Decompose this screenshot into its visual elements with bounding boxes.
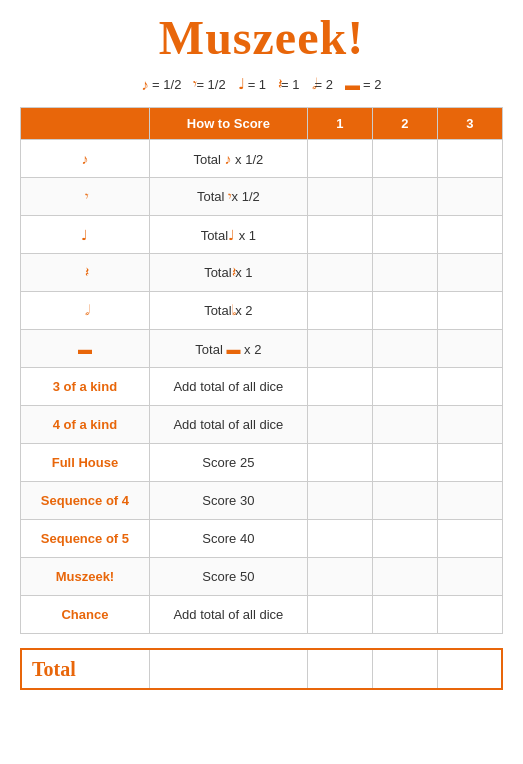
table-row: 3 of a kind Add total of all dice xyxy=(21,368,503,406)
row-half-how: Total𝅗𝅥 x 2 xyxy=(149,292,307,330)
row-3-of-kind-col3[interactable] xyxy=(437,368,502,406)
row-4-of-kind-col3[interactable] xyxy=(437,406,502,444)
table-row: ▬ Total ▬ x 2 xyxy=(21,330,503,368)
row-half-col2[interactable] xyxy=(372,292,437,330)
col-label-header xyxy=(21,108,150,140)
row-half-label: 𝅗𝅥 xyxy=(21,292,150,330)
row-eighth-rest-col2[interactable] xyxy=(372,178,437,216)
eighth-note-icon: ♪ xyxy=(142,76,150,93)
row-quarter-label: ♩ xyxy=(21,216,150,254)
row-3-of-kind-how: Add total of all dice xyxy=(149,368,307,406)
col-2-header: 2 xyxy=(372,108,437,140)
row-chance-col2[interactable] xyxy=(372,596,437,634)
quarter-rest-value: = 1 xyxy=(281,77,299,92)
col-how-header: How to Score xyxy=(149,108,307,140)
row-half-rest-icon: ▬ xyxy=(78,341,92,357)
row-eighth-rest-col3[interactable] xyxy=(437,178,502,216)
row-4-of-kind-col2[interactable] xyxy=(372,406,437,444)
score-table: How to Score 1 2 3 ♪ Total ♪ x 1/2 𝄾 Tot… xyxy=(20,107,503,634)
row-3-of-kind-label: 3 of a kind xyxy=(21,368,150,406)
row-eighth-col2[interactable] xyxy=(372,140,437,178)
row-half-col1[interactable] xyxy=(307,292,372,330)
quarter-note-value: = 1 xyxy=(248,77,266,92)
total-col2[interactable] xyxy=(372,649,437,689)
row-chance-label: Chance xyxy=(21,596,150,634)
note-legend: ♪ = 1/2 𝄾 = 1/2 ♩ = 1 𝄽 = 1 𝅗𝅥 = 2 ▬ = 2 xyxy=(142,75,382,93)
row-half-rest-how: Total ▬ x 2 xyxy=(149,330,307,368)
row-4-of-kind-label: 4 of a kind xyxy=(21,406,150,444)
row-seq5-col2[interactable] xyxy=(372,520,437,558)
row-chance-col3[interactable] xyxy=(437,596,502,634)
row-eighth-how: Total ♪ x 1/2 xyxy=(149,140,307,178)
legend-quarter: ♩ = 1 xyxy=(238,75,266,93)
table-row: ♩ Total♩ x 1 xyxy=(21,216,503,254)
total-col3[interactable] xyxy=(437,649,502,689)
page-title: Muszeek! xyxy=(159,10,364,65)
row-seq5-how: Score 40 xyxy=(149,520,307,558)
row-chance-how: Add total of all dice xyxy=(149,596,307,634)
row-eighth-label: ♪ xyxy=(21,140,150,178)
row-chance-col1[interactable] xyxy=(307,596,372,634)
row-seq4-col2[interactable] xyxy=(372,482,437,520)
table-row: Sequence of 5 Score 40 xyxy=(21,520,503,558)
row-muszeek-col1[interactable] xyxy=(307,558,372,596)
col-1-header: 1 xyxy=(307,108,372,140)
row-half-col3[interactable] xyxy=(437,292,502,330)
row-eighth-col3[interactable] xyxy=(437,140,502,178)
total-label: Total xyxy=(21,649,150,689)
row-quarter-rest-col2[interactable] xyxy=(372,254,437,292)
row-seq4-how: Score 30 xyxy=(149,482,307,520)
total-spacer xyxy=(150,649,307,689)
table-row: ♪ Total ♪ x 1/2 xyxy=(21,140,503,178)
row-full-house-col3[interactable] xyxy=(437,444,502,482)
row-quarter-col3[interactable] xyxy=(437,216,502,254)
eighth-rest-value: = 1/2 xyxy=(196,77,225,92)
row-eighth-col1[interactable] xyxy=(307,140,372,178)
row-half-rest-col1[interactable] xyxy=(307,330,372,368)
table-row: 𝅗𝅥 Total𝅗𝅥 x 2 xyxy=(21,292,503,330)
legend-half-rest: ▬ = 2 xyxy=(345,76,381,93)
row-full-house-how: Score 25 xyxy=(149,444,307,482)
row-4-of-kind-how: Add total of all dice xyxy=(149,406,307,444)
row-quarter-how: Total♩ x 1 xyxy=(149,216,307,254)
table-row: Sequence of 4 Score 30 xyxy=(21,482,503,520)
legend-eighth: ♪ = 1/2 xyxy=(142,76,182,93)
legend-half: 𝅗𝅥 = 2 xyxy=(312,75,333,93)
row-quarter-rest-col3[interactable] xyxy=(437,254,502,292)
total-col1[interactable] xyxy=(307,649,372,689)
row-full-house-col2[interactable] xyxy=(372,444,437,482)
legend-quarter-rest: 𝄽 = 1 xyxy=(278,75,299,93)
row-seq5-col3[interactable] xyxy=(437,520,502,558)
row-3-of-kind-col1[interactable] xyxy=(307,368,372,406)
row-seq4-col3[interactable] xyxy=(437,482,502,520)
row-seq5-col1[interactable] xyxy=(307,520,372,558)
quarter-note-icon: ♩ xyxy=(238,75,245,93)
row-half-rest-col3[interactable] xyxy=(437,330,502,368)
table-row: Chance Add total of all dice xyxy=(21,596,503,634)
row-quarter-col1[interactable] xyxy=(307,216,372,254)
row-seq5-label: Sequence of 5 xyxy=(21,520,150,558)
table-row: Muszeek! Score 50 xyxy=(21,558,503,596)
row-quarter-col2[interactable] xyxy=(372,216,437,254)
table-header-row: How to Score 1 2 3 xyxy=(21,108,503,140)
row-quarter-rest-col1[interactable] xyxy=(307,254,372,292)
table-row: 4 of a kind Add total of all dice xyxy=(21,406,503,444)
row-half-rest-col2[interactable] xyxy=(372,330,437,368)
row-full-house-col1[interactable] xyxy=(307,444,372,482)
table-row: Full House Score 25 xyxy=(21,444,503,482)
row-full-house-label: Full House xyxy=(21,444,150,482)
col-3-header: 3 xyxy=(437,108,502,140)
row-seq4-col1[interactable] xyxy=(307,482,372,520)
row-eighth-rest-label: 𝄾 xyxy=(21,178,150,216)
total-table: Total xyxy=(20,648,503,690)
row-eighth-rest-col1[interactable] xyxy=(307,178,372,216)
row-muszeek-col3[interactable] xyxy=(437,558,502,596)
row-4-of-kind-col1[interactable] xyxy=(307,406,372,444)
row-3-of-kind-col2[interactable] xyxy=(372,368,437,406)
half-note-value: = 2 xyxy=(315,77,333,92)
row-half-rest-label: ▬ xyxy=(21,330,150,368)
total-row: Total xyxy=(21,649,502,689)
row-muszeek-col2[interactable] xyxy=(372,558,437,596)
row-quarter-note-icon: ♩ xyxy=(81,227,88,243)
row-eighth-note-icon: ♪ xyxy=(81,151,88,167)
